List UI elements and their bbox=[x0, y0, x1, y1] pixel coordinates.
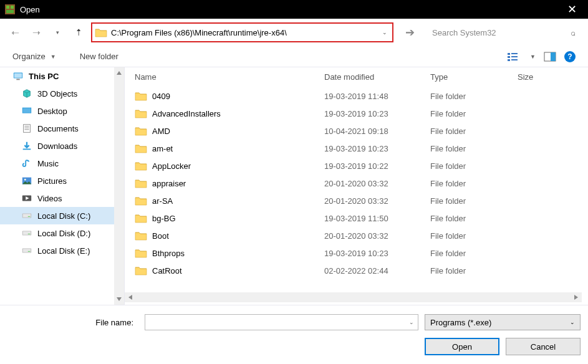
file-name: Boot bbox=[152, 231, 169, 241]
disk-icon bbox=[21, 211, 32, 221]
bottom-panel: File name: ⌄ Programs (*.exe) ⌄ Open Can… bbox=[0, 305, 588, 364]
tree-scrollbar[interactable] bbox=[114, 67, 124, 305]
filter-select[interactable]: Programs (*.exe) ⌄ bbox=[425, 314, 581, 330]
file-name: bg-BG bbox=[152, 214, 176, 223]
up-button[interactable]: 🠑 bbox=[70, 24, 87, 41]
table-row[interactable]: CatRoot 02-02-2022 02:44 File folder bbox=[125, 262, 588, 279]
file-date: 19-03-2019 10:23 bbox=[324, 109, 430, 118]
table-row[interactable]: bg-BG 19-03-2019 11:50 File folder bbox=[125, 209, 588, 227]
tree-item[interactable]: Local Disk (D:) bbox=[0, 224, 124, 242]
tree-item[interactable]: Videos bbox=[0, 189, 124, 207]
folder-icon bbox=[95, 26, 107, 39]
folder-icon bbox=[135, 91, 147, 101]
tree-item[interactable]: Local Disk (E:) bbox=[0, 242, 124, 259]
folder-icon bbox=[135, 266, 147, 275]
view-dropdown-icon[interactable]: ▼ bbox=[530, 54, 536, 60]
file-list[interactable]: 0409 19-03-2019 11:48 File folder Advanc… bbox=[125, 87, 588, 292]
column-name[interactable]: Name bbox=[125, 72, 324, 82]
filename-input[interactable]: ⌄ bbox=[145, 314, 418, 330]
view-options-button[interactable] bbox=[506, 50, 523, 63]
videos-icon bbox=[21, 193, 32, 203]
tree-item[interactable]: Desktop bbox=[0, 102, 124, 120]
svg-rect-17 bbox=[6, 6, 9, 9]
back-button[interactable]: 🠐 bbox=[6, 24, 24, 41]
table-row[interactable]: ar-SA 20-01-2020 03:32 File folder bbox=[125, 192, 588, 209]
folder-icon bbox=[135, 143, 147, 153]
folder-icon bbox=[135, 108, 147, 118]
file-type: File folder bbox=[430, 161, 518, 171]
pc-icon bbox=[12, 71, 24, 81]
svg-rect-27 bbox=[551, 52, 556, 61]
search-placeholder: Search System32 bbox=[432, 28, 496, 37]
recent-locations-button[interactable]: ▾ bbox=[49, 24, 66, 41]
main-area: This PC 3D ObjectsDesktopDocumentsDownlo… bbox=[0, 67, 588, 305]
preview-pane-button[interactable] bbox=[542, 50, 558, 63]
navigation-tree[interactable]: This PC 3D ObjectsDesktopDocumentsDownlo… bbox=[0, 67, 125, 305]
new-folder-button[interactable]: New folder bbox=[80, 52, 118, 61]
column-size[interactable]: Size bbox=[518, 72, 588, 82]
horizontal-scrollbar[interactable] bbox=[125, 292, 582, 302]
table-row[interactable]: AdvancedInstallers 19-03-2019 10:23 File… bbox=[125, 105, 588, 122]
file-name: AMD bbox=[152, 127, 170, 136]
table-row[interactable]: 0409 19-03-2019 11:48 File folder bbox=[125, 87, 588, 105]
file-type: File folder bbox=[430, 196, 518, 206]
tree-item[interactable]: Music bbox=[0, 155, 124, 172]
help-button[interactable]: ? bbox=[564, 51, 576, 62]
file-date: 19-03-2019 10:23 bbox=[324, 249, 430, 258]
tree-item[interactable]: 3D Objects bbox=[0, 85, 124, 102]
tree-item-this-pc[interactable]: This PC bbox=[0, 67, 124, 85]
file-type: File folder bbox=[430, 92, 518, 101]
open-button[interactable]: Open bbox=[425, 338, 499, 355]
forward-button[interactable]: 🠒 bbox=[27, 24, 45, 41]
folder-icon bbox=[135, 161, 147, 171]
tree-item[interactable]: Local Disk (C:) bbox=[0, 207, 124, 224]
tree-label: Local Disk (E:) bbox=[37, 246, 90, 256]
file-type: File folder bbox=[430, 231, 518, 241]
tree-item[interactable]: Downloads bbox=[0, 137, 124, 155]
folder-icon bbox=[135, 126, 147, 136]
close-button[interactable]: ✕ bbox=[561, 2, 583, 16]
tree-label: Videos bbox=[37, 194, 62, 203]
table-row[interactable]: AppLocker 19-03-2019 10:22 File folder bbox=[125, 157, 588, 175]
tree-item[interactable]: Documents bbox=[0, 120, 124, 137]
search-input[interactable]: Search System32 ⌕ bbox=[426, 22, 582, 42]
nav-bar: 🠐 🠒 ▾ 🠑 C:\Program Files (x86)\Minecraft… bbox=[0, 19, 588, 46]
table-row[interactable]: AMD 10-04-2021 09:18 File folder bbox=[125, 122, 588, 140]
file-date: 19-03-2019 10:22 bbox=[324, 161, 430, 171]
file-name: ar-SA bbox=[152, 196, 173, 206]
table-row[interactable]: appraiser 20-01-2020 03:32 File folder bbox=[125, 175, 588, 192]
file-name: Bthprops bbox=[152, 249, 185, 258]
title-bar: Open ✕ bbox=[0, 0, 588, 19]
column-type[interactable]: Type bbox=[430, 72, 518, 82]
folder-icon bbox=[135, 196, 147, 206]
chevron-down-icon: ⌄ bbox=[570, 319, 575, 325]
file-date: 20-01-2020 03:32 bbox=[324, 196, 430, 206]
svg-rect-18 bbox=[11, 6, 14, 9]
table-row[interactable]: Bthprops 19-03-2019 10:23 File folder bbox=[125, 244, 588, 262]
folder-icon bbox=[135, 231, 147, 241]
tree-label: Downloads bbox=[37, 141, 77, 151]
go-button[interactable]: ➔ bbox=[401, 24, 418, 41]
table-row[interactable]: Boot 20-01-2020 03:32 File folder bbox=[125, 227, 588, 244]
folder-icon bbox=[135, 178, 147, 188]
organize-button[interactable]: Organize ▼ bbox=[12, 52, 56, 61]
tree-label: 3D Objects bbox=[37, 89, 77, 98]
cancel-button[interactable]: Cancel bbox=[506, 338, 581, 355]
file-type: File folder bbox=[430, 179, 518, 188]
address-text: C:\Program Files (x86)\Minecraft\runtime… bbox=[111, 28, 380, 37]
file-name: appraiser bbox=[152, 179, 186, 188]
file-date: 20-01-2020 03:32 bbox=[324, 231, 430, 241]
filename-dropdown-icon[interactable]: ⌄ bbox=[409, 319, 414, 325]
disk-icon bbox=[21, 246, 32, 256]
column-date[interactable]: Date modified bbox=[324, 72, 430, 82]
file-date: 19-03-2019 11:50 bbox=[324, 214, 430, 223]
file-name: 0409 bbox=[152, 92, 170, 101]
svg-rect-20 bbox=[508, 53, 510, 55]
objects3d-icon bbox=[21, 89, 32, 98]
file-date: 10-04-2021 09:18 bbox=[324, 127, 430, 136]
table-row[interactable]: am-et 19-03-2019 10:23 File folder bbox=[125, 140, 588, 157]
address-dropdown-icon[interactable]: ⌄ bbox=[380, 29, 390, 36]
address-bar[interactable]: C:\Program Files (x86)\Minecraft\runtime… bbox=[91, 22, 393, 42]
column-headers[interactable]: Name Date modified Type Size bbox=[125, 67, 588, 87]
tree-item[interactable]: Pictures bbox=[0, 172, 124, 189]
